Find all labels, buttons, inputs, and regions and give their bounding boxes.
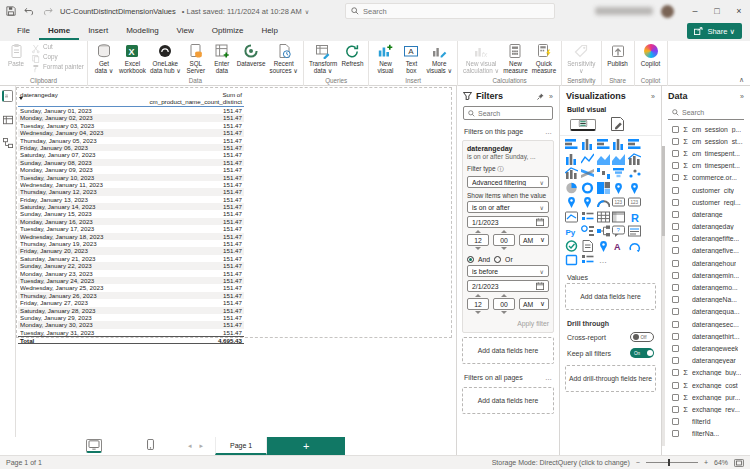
field-row[interactable]: daterangeNa... xyxy=(662,294,750,306)
field-row[interactable]: filterId xyxy=(662,416,750,428)
more-visuals-options-icon[interactable]: … xyxy=(597,254,610,266)
next-page-arrow[interactable]: ▸ xyxy=(200,442,204,450)
table-row[interactable]: Monday, January 09, 2023151.47 xyxy=(18,166,244,173)
data-search-input[interactable] xyxy=(682,109,730,116)
hour-down-icon[interactable] xyxy=(475,311,481,314)
column-header-sum[interactable]: Sum of cm_product_name_count_distinct xyxy=(138,91,242,105)
more-button[interactable]: More visuals ∨ xyxy=(424,42,454,75)
power-apps-visual-icon[interactable]: A xyxy=(612,240,625,252)
slicer-icon[interactable] xyxy=(581,211,594,223)
excel-button[interactable]: XExcel workbook xyxy=(117,42,148,75)
storage-mode-label[interactable]: Storage Mode: DirectQuery (click to chan… xyxy=(492,459,630,466)
field-checkbox[interactable] xyxy=(672,150,679,157)
tab-build-visual[interactable] xyxy=(570,119,596,131)
field-name[interactable]: daterangefifte... xyxy=(692,235,739,242)
azure-map-icon[interactable] xyxy=(581,196,594,208)
desktop-layout-button[interactable] xyxy=(86,439,102,453)
field-checkbox[interactable] xyxy=(672,260,679,267)
map-icon[interactable] xyxy=(612,182,625,194)
pie-chart-icon[interactable] xyxy=(565,182,578,194)
ribbon-chart-icon[interactable] xyxy=(581,167,594,179)
field-checkbox[interactable] xyxy=(672,345,679,352)
field-checkbox[interactable] xyxy=(672,235,679,242)
field-row[interactable]: daterangeyear xyxy=(662,355,750,367)
table-row[interactable]: Sunday, January 29, 2023151.47 xyxy=(18,314,244,321)
table-icon[interactable] xyxy=(597,211,610,223)
table-row[interactable]: Wednesday, January 18, 2023151.47 xyxy=(18,233,244,240)
undo-icon[interactable] xyxy=(22,4,36,18)
filters-search-input[interactable] xyxy=(478,110,534,117)
model-view-button[interactable] xyxy=(2,137,13,148)
paginated-report-icon[interactable] xyxy=(581,240,594,252)
card-icon[interactable]: 123 xyxy=(612,196,625,208)
line-chart-icon[interactable] xyxy=(581,153,594,165)
sql-button[interactable]: SQL Server xyxy=(183,42,209,75)
field-checkbox[interactable] xyxy=(672,321,679,328)
field-checkbox[interactable] xyxy=(672,430,679,437)
r-script-visual-icon[interactable]: R xyxy=(628,211,641,223)
field-row[interactable]: Σexchange_pur... xyxy=(662,391,750,403)
table-row[interactable]: Wednesday, January 25, 2023151.47 xyxy=(18,284,244,291)
and-radio[interactable] xyxy=(467,256,474,263)
field-name[interactable]: daterangeNa... xyxy=(692,296,737,303)
pin-pane-icon[interactable] xyxy=(537,93,544,100)
text-button[interactable]: AText box xyxy=(398,42,424,75)
condition1-select[interactable]: is on or after∨ xyxy=(467,201,549,213)
field-checkbox[interactable] xyxy=(672,187,679,194)
column-header-daterangeday[interactable]: daterangeday xyxy=(20,91,138,105)
redo-icon[interactable] xyxy=(40,4,54,18)
maximize-button[interactable]: □ xyxy=(706,0,728,22)
field-name[interactable]: daterangethirt... xyxy=(692,333,740,340)
filter-type-select[interactable]: Advanced filtering∨ xyxy=(467,176,549,188)
hour-down-icon[interactable] xyxy=(475,247,481,250)
field-row[interactable]: Σcm_session_p... xyxy=(662,123,750,135)
quick-button[interactable]: Quick measure xyxy=(530,42,559,75)
field-name[interactable]: cm_session_st... xyxy=(692,138,743,145)
add-data-fields-dropzone-all-pages[interactable]: Add data fields here xyxy=(462,387,554,414)
values-dropzone[interactable]: Add data fields here xyxy=(565,283,656,310)
new-slicer-icon[interactable] xyxy=(581,254,594,266)
field-name[interactable]: daterangefive... xyxy=(692,247,739,254)
field-name[interactable]: cm_session_p... xyxy=(692,126,741,133)
field-name[interactable]: exchange_pur... xyxy=(692,394,740,401)
field-row[interactable]: daterangethirt... xyxy=(662,330,750,342)
table-visual[interactable]: daterangeday Sum of cm_product_name_coun… xyxy=(16,87,452,338)
field-row[interactable]: daterangehour xyxy=(662,257,750,269)
apply-filter-button[interactable]: Apply filter xyxy=(467,320,549,327)
table-row[interactable]: Friday, January 13, 2023151.47 xyxy=(18,196,244,203)
table-row[interactable]: Tuesday, January 24, 2023151.47 xyxy=(18,277,244,284)
field-name[interactable]: customer_city xyxy=(692,187,734,194)
field-name[interactable]: commerce.or... xyxy=(692,174,737,181)
waterfall-chart-icon[interactable] xyxy=(597,167,610,179)
menu-optimize[interactable]: Optimize xyxy=(203,23,253,40)
search-input[interactable] xyxy=(363,7,533,16)
field-checkbox[interactable] xyxy=(672,126,679,133)
report-view-button[interactable] xyxy=(2,90,13,102)
field-row[interactable]: daterange xyxy=(662,208,750,220)
field-row[interactable]: Σcommerce.or... xyxy=(662,172,750,184)
menu-home[interactable]: Home xyxy=(39,23,79,40)
more-options-icon[interactable]: … xyxy=(523,128,552,135)
field-name[interactable]: filterId xyxy=(692,418,711,425)
date1-input[interactable]: 1/1/2023 xyxy=(467,216,549,228)
field-name[interactable]: exchange_cost xyxy=(692,382,738,389)
field-name[interactable]: daterange xyxy=(692,211,723,218)
table-row[interactable]: Thursday, January 26, 2023151.47 xyxy=(18,292,244,299)
100-stacked-bar-chart-icon[interactable] xyxy=(628,138,641,150)
onelake-button[interactable]: OneLake data hub ∨ xyxy=(148,42,183,75)
field-row[interactable]: Σcm_session_st... xyxy=(662,135,750,147)
field-checkbox[interactable] xyxy=(672,308,679,315)
field-row[interactable]: Σcm_timespent... xyxy=(662,147,750,159)
refresh-button[interactable]: Refresh xyxy=(339,42,365,68)
field-row[interactable]: daterangemin... xyxy=(662,269,750,281)
close-button[interactable]: × xyxy=(728,0,750,22)
table-row[interactable]: Wednesday, January 11, 2023151.47 xyxy=(18,181,244,188)
table-row[interactable]: Saturday, January 28, 2023151.47 xyxy=(18,307,244,314)
field-checkbox[interactable] xyxy=(672,333,679,340)
collapse-filters-icon[interactable]: » xyxy=(549,93,553,100)
table-row[interactable]: Monday, January 16, 2023151.47 xyxy=(18,218,244,225)
field-row[interactable]: daterangemo... xyxy=(662,281,750,293)
qa-visual-icon[interactable]: ? xyxy=(612,225,625,237)
field-name[interactable]: daterangeday xyxy=(692,223,734,230)
table-row[interactable]: Friday, January 20, 2023151.47 xyxy=(18,247,244,254)
